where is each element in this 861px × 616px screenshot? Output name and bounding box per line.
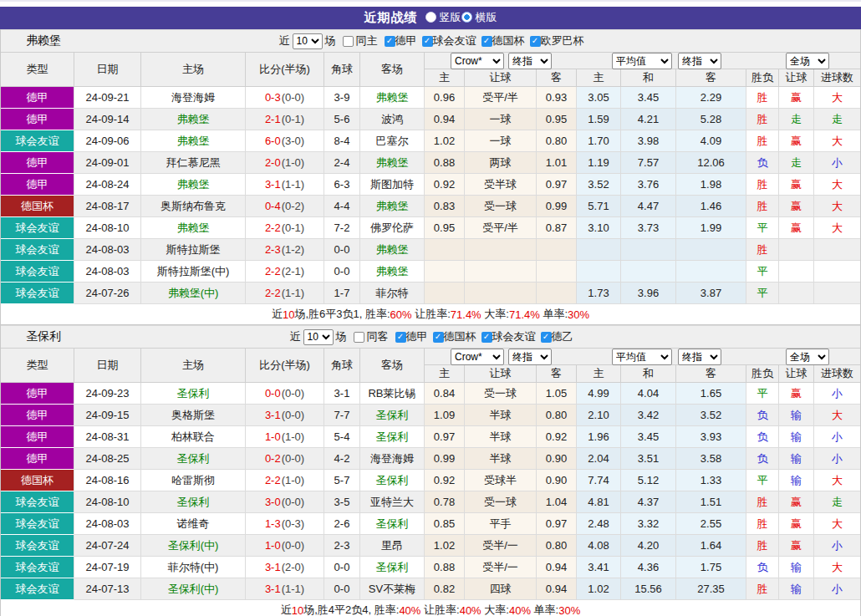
header-subcol-2: 客	[537, 365, 577, 383]
same-venue-checkbox[interactable]	[354, 332, 364, 343]
league-filter-checkbox[interactable]: ✓	[481, 332, 492, 343]
half-score: (0-1)	[282, 113, 304, 125]
avg-draw-odds: 4.04	[621, 383, 676, 405]
avg-away-odds: 1.46	[676, 196, 746, 217]
result-goals: 大	[814, 130, 860, 152]
match-date: 24-07-24	[74, 535, 141, 557]
crow-handicap: 受平/半	[465, 217, 537, 239]
unit-label: 场	[325, 33, 336, 48]
avg-odds-stage-select[interactable]: 终指	[678, 53, 721, 69]
avg-odds-stage-select[interactable]: 终指	[678, 349, 721, 365]
avg-away-odds: 3.52	[676, 405, 746, 426]
crow-odds-source-select[interactable]: Crow*	[451, 349, 504, 365]
match-date: 24-08-03	[74, 239, 141, 261]
match-date: 24-08-16	[74, 470, 141, 491]
avg-away-odds: 3.87	[676, 283, 746, 304]
away-team: 弗赖堡	[360, 239, 425, 261]
full-score: 2-2	[265, 221, 281, 234]
away-team: RB莱比锡	[360, 383, 425, 405]
league-filter-checkbox[interactable]: ✓	[385, 36, 395, 47]
avg-odds-source-select[interactable]: 平均值	[612, 349, 672, 365]
avg-draw-odds: 4.20	[621, 535, 676, 557]
scope-select[interactable]: 全场	[786, 349, 829, 365]
corner-score: 7-2	[324, 217, 360, 239]
result-outcome: 负	[746, 405, 779, 426]
crow-odds-stage-select[interactable]: 终指	[508, 53, 552, 69]
team-name: 弗赖堡	[26, 33, 61, 48]
crow-home-odds: 0.85	[425, 513, 465, 535]
crow-away-odds: 0.87	[537, 217, 577, 239]
league-filter-checkbox[interactable]: ✓	[395, 332, 406, 343]
header-subcol-8: 进球数	[814, 365, 860, 383]
crow-handicap: 受平/半	[465, 87, 537, 109]
avg-away-odds: 1.33	[676, 470, 746, 491]
avg-home-odds	[577, 261, 621, 283]
avg-home-odds	[577, 239, 621, 261]
result-outcome: 胜	[746, 513, 779, 535]
result-handicap: 输	[779, 578, 814, 600]
crow-handicap	[465, 261, 537, 283]
score-cell: 3-1(0-0)	[246, 405, 324, 426]
result-handicap	[779, 283, 814, 304]
score-cell: 2-2(2-1)	[246, 261, 324, 283]
crow-odds-stage-select[interactable]: 终指	[508, 349, 552, 365]
avg-draw-odds: 4.47	[621, 196, 676, 217]
league-badge: 德甲	[1, 87, 74, 109]
corner-score: 0-0	[324, 557, 360, 578]
result-goals: 小	[814, 383, 860, 405]
corner-score: 4-2	[324, 448, 360, 470]
match-count-select[interactable]: 10	[293, 33, 323, 49]
avg-odds-source-select[interactable]: 平均值	[612, 53, 672, 69]
league-filter-checkbox[interactable]: ✓	[433, 332, 444, 343]
header-col-4: 角球	[324, 53, 360, 87]
league-filter-checkbox[interactable]: ✓	[481, 36, 492, 47]
team-filter-row: 圣保利近10场同客✓德甲✓德国杯✓球会友谊✓德乙	[1, 325, 860, 349]
crow-handicap	[465, 283, 537, 304]
crow-away-odds: 0.80	[537, 130, 577, 152]
half-score: (1-1)	[282, 178, 304, 191]
avg-away-odds: 2.55	[676, 513, 746, 535]
league-filter-checkbox[interactable]: ✓	[541, 332, 552, 343]
header-col-3: 比分(半场)	[246, 53, 324, 87]
avg-home-odds: 1.59	[577, 109, 621, 130]
score-cell: 1-0(0-0)	[246, 535, 324, 557]
scope-select[interactable]: 全场	[786, 53, 829, 69]
result-handicap: 输	[779, 448, 814, 470]
crow-home-odds	[425, 239, 465, 261]
table-row: 德甲24-08-31柏林联合1-0(1-0)5-4圣保利0.97半球0.921.…	[1, 426, 860, 448]
half-score: (1-1)	[282, 583, 304, 595]
header-subcol-2: 客	[537, 69, 577, 87]
result-outcome: 胜	[746, 130, 779, 152]
header-subcol-5: 客	[676, 69, 746, 87]
same-venue-checkbox[interactable]	[343, 36, 354, 47]
result-handicap: 输	[779, 470, 814, 491]
crow-away-odds: 1.05	[537, 383, 577, 405]
crow-home-odds: 0.92	[425, 174, 465, 196]
near-label: 近	[290, 329, 301, 344]
header-subcol-5: 客	[676, 365, 746, 383]
header-col-4: 角球	[324, 349, 360, 383]
full-score: 2-1	[265, 113, 281, 125]
avg-draw-odds: 3.76	[621, 174, 676, 196]
layout-radio[interactable]: 横版	[461, 10, 497, 25]
layout-radio[interactable]: 竖版	[425, 10, 461, 25]
league-filter-checkbox[interactable]: ✓	[530, 36, 541, 47]
result-outcome: 平	[746, 470, 779, 491]
result-goals: 走	[814, 109, 860, 130]
result-handicap: 输	[779, 557, 814, 578]
table-row: 德甲24-09-15奥格斯堡3-1(0-0)7-7圣保利1.09半球0.802.…	[1, 405, 860, 426]
result-goals: 大	[814, 217, 860, 239]
table-row: 球会友谊24-09-06弗赖堡6-0(3-0)8-4巴塞尔1.02一球0.801…	[1, 130, 860, 152]
league-filter-label: 德甲	[395, 33, 417, 48]
match-count-select[interactable]: 10	[303, 329, 334, 345]
score-cell: 0-4(0-2)	[246, 196, 324, 217]
table-row: 德甲24-09-14弗赖堡2-1(0-1)5-6波鸿0.94一球0.951.59…	[1, 109, 860, 130]
table-row: 球会友谊24-07-13圣保利(中)3-1(1-1)0-0SV不莱梅0.82四球…	[1, 578, 860, 600]
league-filter-checkbox[interactable]: ✓	[422, 36, 433, 47]
crow-odds-source-select[interactable]: Crow*	[451, 53, 504, 69]
crow-away-odds	[537, 239, 577, 261]
avg-away-odds: 4.09	[676, 130, 746, 152]
avg-away-odds: 1.98	[676, 174, 746, 196]
avg-home-odds: 5.71	[577, 196, 621, 217]
result-outcome: 负	[746, 448, 779, 470]
